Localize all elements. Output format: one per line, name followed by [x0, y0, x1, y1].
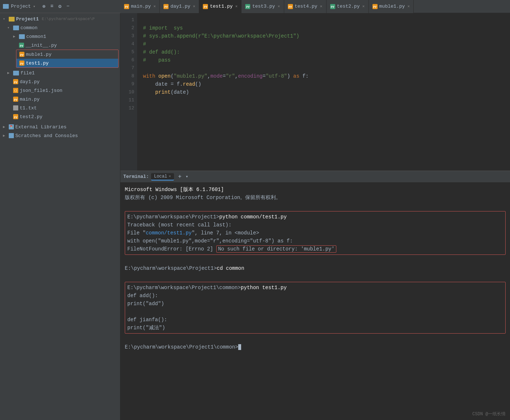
close-tab-main[interactable]: × [154, 4, 156, 9]
tab-label-day1: day1.py [170, 4, 190, 9]
terminal-no-such-file: No such file or directory: 'muble1.py' [216, 245, 336, 253]
terminal-tab-local[interactable]: Local × [151, 173, 174, 180]
sidebar-item-day1-py[interactable]: py day1.py [0, 77, 120, 86]
terminal-out-def-jianfa: def jianfa(): [127, 316, 503, 324]
close-tab-test4[interactable]: × [320, 4, 322, 9]
chevron-common1: ▶ [13, 34, 18, 39]
settings-icon[interactable]: ⚙ [57, 3, 63, 9]
tab-bar-left: Project ▾ ⊕ ≡ ⚙ − [0, 0, 120, 13]
sidebar-item-project1[interactable]: ▾ Project1 E:\pycharm\workspace\P [0, 15, 120, 23]
sidebar-item-file1[interactable]: ▶ file1 [0, 69, 120, 77]
terminal-cmd1: E:\pycharm\workspace\Project1>python com… [127, 213, 503, 221]
scratches-icon [9, 133, 14, 138]
scratches-label: Scratches and Consoles [15, 133, 78, 139]
muble1-file-box: py muble1.py py test1.py [16, 50, 119, 68]
terminal-chevron[interactable]: ▾ [186, 174, 188, 179]
tab-day1-py[interactable]: py day1.py × [160, 0, 199, 13]
sidebar-item-common[interactable]: ▾ common [0, 23, 120, 32]
common-label: common [20, 25, 38, 31]
sidebar-item-test1-py[interactable]: py test1.py [16, 59, 118, 67]
terminal-out-blank [127, 308, 503, 316]
project1-label: Project1 [16, 16, 39, 22]
json-file1-label: json_file1.json [20, 88, 62, 93]
close-tab-test1[interactable]: × [235, 4, 238, 9]
terminal-error-line: FileNotFoundError: [Errno 2] No such fil… [127, 245, 503, 253]
sidebar-content: ▾ Project1 E:\pycharm\workspace\P ▾ comm… [0, 13, 120, 420]
chevron-project1: ▾ [3, 17, 7, 21]
terminal-blank3 [125, 272, 506, 280]
chevron-file1: ▶ [7, 71, 12, 75]
sidebar-item-scratches[interactable]: ▶ Scratches and Consoles [0, 131, 120, 140]
terminal-with-line: with open("muble1.py",mode="r",encoding=… [127, 237, 503, 245]
tab-label-test1: test1.py [210, 4, 232, 9]
terminal-body[interactable]: Microsoft Windows [版本 6.1.7601] 版权所有 (c)… [120, 183, 510, 420]
tab-muble1-py[interactable]: py muble1.py × [369, 0, 414, 13]
test2-py-sidebar-label: test2.py [20, 114, 42, 120]
main-layout: ▾ Project1 E:\pycharm\workspace\P ▾ comm… [0, 13, 510, 420]
terminal-file-line: File "common/test1.py", line 7, in <modu… [127, 229, 503, 237]
muble1-py-label: muble1.py [26, 52, 51, 57]
sidebar-item-t1-txt[interactable]: t1.txt [0, 104, 120, 112]
terminal-blank4 [125, 335, 506, 343]
sidebar-item-main-py[interactable]: py main.py [0, 95, 120, 104]
common1-label: common1 [26, 34, 46, 39]
py-icon-test3: py [245, 4, 250, 9]
close-tab-test3[interactable]: × [278, 4, 280, 9]
init-py-label: __init__.py [26, 43, 57, 48]
terminal-add-button[interactable]: + [176, 173, 183, 180]
sidebar-item-muble1-py[interactable]: py muble1.py [16, 50, 118, 59]
py-icon-day1-sidebar: py [13, 79, 18, 84]
close-terminal-tab[interactable]: × [169, 174, 171, 179]
chevron-ext-libs: ▶ [3, 125, 7, 129]
tab-test3-py[interactable]: py test3.py × [242, 0, 284, 13]
chevron-common: ▾ [7, 26, 12, 30]
terminal-traceback: Traceback (most recent call last): [127, 221, 503, 229]
folder-icon-small [3, 4, 9, 9]
tabs-container: py main.py × py day1.py × py test1.py × … [120, 0, 510, 13]
chevron-scratches: ▶ [3, 133, 7, 138]
sidebar-item-init-py[interactable]: py __init__.py [0, 41, 120, 50]
terminal-section: Terminal: Local × + ▾ Microsoft Windows … [120, 171, 510, 420]
terminal-error-box-1: E:\pycharm\workspace\Project1>python com… [125, 211, 506, 255]
project1-path: E:\pycharm\workspace\P [42, 17, 94, 21]
tab-test2-py[interactable]: py test2.py × [327, 0, 369, 13]
py-icon-day1: py [163, 4, 169, 9]
list-icon[interactable]: ≡ [49, 3, 55, 9]
close-tab-muble1[interactable]: × [407, 4, 410, 9]
tab-icons: ⊕ ≡ ⚙ − [40, 3, 71, 9]
tab-main-py[interactable]: py main.py × [120, 0, 160, 13]
terminal-out-def-add: def add(): [127, 292, 503, 300]
editor-area: 1 2 3 4 5 6 7 8 9 10 11 12 # import sys … [120, 13, 510, 420]
py-icon-test1: py [203, 4, 208, 9]
terminal-windows-version: Microsoft Windows [版本 6.1.7601] [125, 186, 506, 194]
terminal-copyright: 版权所有 (c) 2009 Microsoft Corporation。保留所有… [125, 194, 506, 202]
terminal-tab-label: Local [154, 174, 167, 179]
py-icon-test2-sidebar: py [13, 114, 18, 119]
close-tab-day1[interactable]: × [193, 4, 196, 9]
chevron-down-icon[interactable]: ▾ [33, 4, 36, 9]
line-numbers: 1 2 3 4 5 6 7 8 9 10 11 12 [120, 13, 137, 171]
minus-icon[interactable]: − [65, 3, 71, 9]
terminal-blank2 [125, 256, 506, 264]
sidebar-item-external-libraries[interactable]: ▶ 📚 External Libraries [0, 122, 120, 131]
code-editor[interactable]: 1 2 3 4 5 6 7 8 9 10 11 12 # import sys … [120, 13, 510, 171]
txt-icon-t1 [13, 105, 18, 110]
terminal-cmd2: E:\pycharm\workspace\Project1>cd common [125, 264, 506, 272]
tab-label-main: main.py [131, 4, 151, 9]
terminal-tab-bar: Terminal: Local × + ▾ [120, 171, 510, 183]
tab-label-muble1: muble1.py [379, 4, 405, 9]
folder-icon-common [13, 26, 19, 30]
json-icon-file1: {} [13, 88, 18, 93]
py-icon-test4: py [288, 4, 293, 9]
py-icon-test1-sidebar: py [19, 61, 24, 66]
project-label[interactable]: Project [11, 4, 31, 9]
tab-test1-py[interactable]: py test1.py × [199, 0, 242, 13]
tab-test4-py[interactable]: py test4.py × [284, 0, 327, 13]
sidebar-item-test2-py-sidebar[interactable]: py test2.py [0, 112, 120, 121]
watermark: CSDN @一纸长情 [472, 411, 506, 417]
target-icon[interactable]: ⊕ [40, 3, 47, 9]
main-py-label: main.py [20, 97, 40, 102]
close-tab-test2[interactable]: × [362, 4, 365, 9]
sidebar-item-json-file1[interactable]: {} json_file1.json [0, 86, 120, 95]
sidebar-item-common1[interactable]: ▶ common1 [0, 32, 120, 41]
